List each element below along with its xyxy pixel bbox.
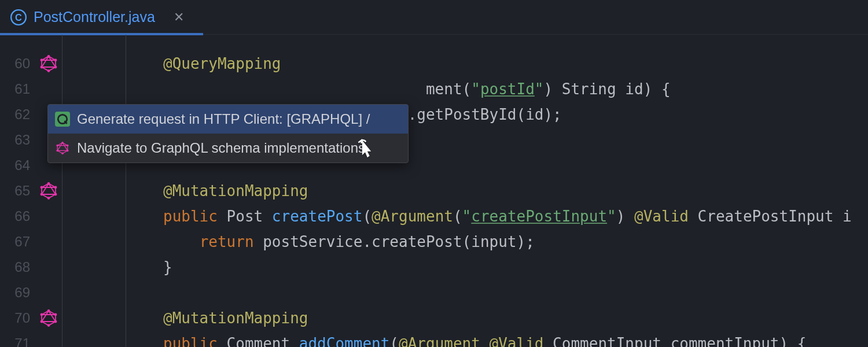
- code-token: createPost: [272, 208, 363, 225]
- code-line[interactable]: [126, 280, 868, 305]
- code-token: [163, 233, 200, 250]
- code-token: (: [389, 335, 399, 347]
- line-number-gutter: 606162636465666768697071: [0, 35, 35, 347]
- svg-point-5: [47, 69, 50, 72]
- code-token: public: [163, 335, 227, 347]
- svg-point-6: [40, 66, 43, 69]
- svg-point-15: [54, 313, 57, 316]
- svg-point-23: [67, 145, 69, 147]
- line-number: 64: [0, 153, 35, 178]
- code-line[interactable]: public Comment addComment(@Argument @Val…: [126, 331, 868, 347]
- svg-point-18: [40, 320, 43, 323]
- editor-tab-postcontroller[interactable]: C PostController.java ✕: [10, 9, 184, 25]
- line-number: 67: [0, 229, 35, 254]
- popup-item[interactable]: Generate request in HTTP Client: [GRAPHQ…: [48, 105, 408, 134]
- line-number: 62: [0, 102, 35, 127]
- code-token: @Argument: [372, 208, 453, 225]
- line-number: 65: [0, 178, 35, 204]
- code-token: @QueryMapping: [163, 55, 281, 72]
- gutter-icon-slot: [35, 254, 62, 280]
- code-token: CommentInput: [543, 335, 670, 347]
- code-line[interactable]: @MutationMapping: [126, 305, 868, 331]
- gutter-icon-slot: [35, 331, 62, 347]
- java-class-icon: C: [10, 9, 27, 25]
- folding-gutter: [62, 35, 126, 347]
- code-line[interactable]: @QueryMapping: [126, 51, 868, 76]
- gutter-icon-slot: [35, 76, 62, 102]
- code-line[interactable]: }: [126, 254, 868, 280]
- svg-text:C: C: [15, 12, 22, 22]
- svg-point-17: [47, 324, 50, 327]
- code-area[interactable]: @QueryMapping ment("postId") String id) …: [126, 35, 868, 347]
- graphql-gutter-icon[interactable]: [35, 305, 62, 331]
- tab-title: PostController.java: [34, 9, 155, 25]
- code-line[interactable]: public Post createPost(@Argument("create…: [126, 204, 868, 229]
- code-token: Comment: [227, 335, 299, 347]
- svg-point-13: [40, 186, 43, 189]
- code-token: postService.createPost(input);: [263, 233, 535, 250]
- code-token: CreatePostInput i: [689, 208, 852, 225]
- svg-point-25: [61, 152, 64, 154]
- code-token: ment(: [163, 80, 471, 98]
- http-client-icon: [55, 112, 70, 127]
- code-token: ): [616, 208, 634, 225]
- line-number: 61: [0, 76, 35, 102]
- line-number: 71: [0, 331, 35, 347]
- svg-point-12: [40, 193, 43, 196]
- svg-point-14: [47, 309, 50, 312]
- close-icon[interactable]: ✕: [174, 10, 184, 25]
- svg-point-2: [47, 55, 50, 58]
- svg-point-9: [54, 186, 57, 189]
- code-line[interactable]: @MutationMapping: [126, 178, 868, 204]
- svg-point-16: [54, 320, 57, 323]
- line-number: 63: [0, 127, 35, 153]
- gutter-icon-slot: [35, 229, 62, 254]
- line-number: 70: [0, 305, 35, 331]
- code-token: ": [535, 80, 544, 98]
- svg-point-7: [40, 59, 43, 62]
- graphql-gutter-icon[interactable]: [35, 178, 62, 204]
- line-number: 66: [0, 204, 35, 229]
- code-token: ": [607, 208, 616, 225]
- code-token: @MutationMapping: [163, 182, 308, 200]
- code-token: addComment: [299, 335, 390, 347]
- code-token: commentInput: [671, 335, 779, 347]
- code-line[interactable]: return postService.createPost(input);: [126, 229, 868, 254]
- line-number: 68: [0, 254, 35, 280]
- gutter-icon-slot: [35, 204, 62, 229]
- code-token: @Argument @Valid: [399, 335, 543, 347]
- popup-item[interactable]: Navigate to GraphQL schema implementatio…: [48, 134, 408, 163]
- graphql-icon: [55, 141, 70, 156]
- code-token: @MutationMapping: [163, 309, 308, 327]
- svg-point-8: [47, 182, 50, 185]
- svg-point-4: [54, 66, 57, 69]
- gutter-icons: [35, 35, 62, 347]
- code-token: ) String id) {: [543, 80, 670, 98]
- code-token: ": [471, 80, 480, 98]
- svg-point-27: [56, 145, 58, 147]
- line-number: 60: [0, 51, 35, 76]
- code-token: return: [200, 233, 263, 250]
- code-token: (: [453, 208, 462, 225]
- code-token: ": [462, 208, 472, 225]
- svg-point-3: [54, 59, 57, 62]
- svg-point-11: [47, 197, 50, 200]
- code-token: (: [362, 208, 372, 225]
- svg-point-24: [67, 150, 69, 152]
- code-token: postId: [480, 80, 535, 98]
- svg-point-19: [40, 313, 43, 316]
- gutter-icon-slot: [35, 280, 62, 305]
- code-token: @Valid: [634, 208, 689, 225]
- code-token: Post: [227, 208, 272, 225]
- graphql-gutter-icon[interactable]: [35, 51, 62, 76]
- popup-item-label: Navigate to GraphQL schema implementatio…: [77, 140, 365, 156]
- code-token: public: [163, 208, 227, 225]
- popup-item-label: Generate request in HTTP Client: [GRAPHQ…: [77, 111, 370, 127]
- svg-point-22: [61, 142, 64, 144]
- code-token: ) {: [779, 335, 806, 347]
- code-line[interactable]: ment("postId") String id) {: [126, 76, 868, 102]
- code-token: createPostInput: [471, 208, 607, 225]
- svg-point-26: [56, 150, 58, 152]
- code-editor[interactable]: 606162636465666768697071 @Query: [0, 35, 868, 347]
- tab-bar: C PostController.java ✕: [0, 0, 868, 35]
